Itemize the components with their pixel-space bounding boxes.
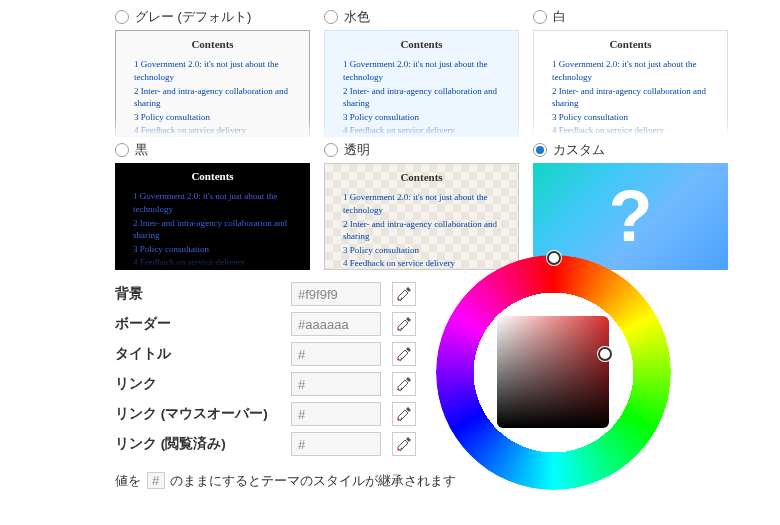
- preview-link: 1 Government 2.0: it's not just about th…: [134, 58, 291, 83]
- theme-preview-white[interactable]: Contents1 Government 2.0: it's not just …: [533, 30, 728, 137]
- theme-label: 水色: [344, 8, 370, 26]
- theme-radio-light[interactable]: 水色: [324, 8, 529, 26]
- color-picker-icon[interactable]: [392, 342, 416, 366]
- theme-option-black: 黒Contents1 Government 2.0: it's not just…: [115, 141, 320, 270]
- theme-label: 黒: [135, 141, 148, 159]
- color-picker-icon[interactable]: [392, 312, 416, 336]
- preview-link: 1 Government 2.0: it's not just about th…: [552, 58, 709, 83]
- theme-radio-custom[interactable]: カスタム: [533, 141, 738, 159]
- theme-radio-white[interactable]: 白: [533, 8, 738, 26]
- title-input[interactable]: [291, 342, 381, 366]
- preview-heading: Contents: [134, 37, 291, 52]
- theme-option-custom: カスタム?: [533, 141, 738, 270]
- theme-preview-transp[interactable]: Contents1 Government 2.0: it's not just …: [324, 163, 519, 270]
- theme-option-white: 白Contents1 Government 2.0: it's not just…: [533, 8, 738, 137]
- field-label: リンク (マウスオーバー): [115, 405, 285, 423]
- color-wheel[interactable]: [436, 255, 671, 490]
- preview-link: 2 Inter- and intra-agency collaboration …: [134, 85, 291, 110]
- theme-label: カスタム: [553, 141, 605, 159]
- theme-option-light: 水色Contents1 Government 2.0: it's not jus…: [324, 8, 529, 137]
- radio-icon: [324, 143, 338, 157]
- theme-radio-black[interactable]: 黒: [115, 141, 320, 159]
- theme-preview-black[interactable]: Contents1 Government 2.0: it's not just …: [115, 163, 310, 270]
- color-picker-icon[interactable]: [392, 432, 416, 456]
- field-label: リンク: [115, 375, 285, 393]
- border-input[interactable]: [291, 312, 381, 336]
- radio-icon: [115, 143, 129, 157]
- theme-label: 白: [553, 8, 566, 26]
- preview-heading: Contents: [343, 170, 500, 185]
- theme-label: グレー (デフォルト): [135, 8, 251, 26]
- theme-preview-light[interactable]: Contents1 Government 2.0: it's not just …: [324, 30, 519, 137]
- theme-preview-custom[interactable]: ?: [533, 163, 728, 270]
- color-picker-icon[interactable]: [392, 372, 416, 396]
- radio-icon: [115, 10, 129, 24]
- field-label: 背景: [115, 285, 285, 303]
- radio-icon: [533, 143, 547, 157]
- theme-option-gray: グレー (デフォルト)Contents1 Government 2.0: it'…: [115, 8, 320, 137]
- preview-heading: Contents: [343, 37, 500, 52]
- preview-link: 2 Inter- and intra-agency collaboration …: [343, 85, 500, 110]
- radio-icon: [533, 10, 547, 24]
- link_hover-input[interactable]: [291, 402, 381, 426]
- theme-radio-transp[interactable]: 透明: [324, 141, 529, 159]
- radio-icon: [324, 10, 338, 24]
- link-input[interactable]: [291, 372, 381, 396]
- color-picker-icon[interactable]: [392, 402, 416, 426]
- preview-link: 1 Government 2.0: it's not just about th…: [343, 58, 500, 83]
- theme-preview-gray[interactable]: Contents1 Government 2.0: it's not just …: [115, 30, 310, 137]
- theme-option-transp: 透明Contents1 Government 2.0: it's not jus…: [324, 141, 529, 270]
- field-label: タイトル: [115, 345, 285, 363]
- preview-heading: Contents: [552, 37, 709, 52]
- theme-radio-gray[interactable]: グレー (デフォルト): [115, 8, 320, 26]
- sv-cursor[interactable]: [598, 347, 612, 361]
- field-label: ボーダー: [115, 315, 285, 333]
- preview-link: 2 Inter- and intra-agency collaboration …: [552, 85, 709, 110]
- bg-input[interactable]: [291, 282, 381, 306]
- preview-heading: Contents: [133, 169, 292, 184]
- theme-label: 透明: [344, 141, 370, 159]
- link_visit-input[interactable]: [291, 432, 381, 456]
- field-label: リンク (閲覧済み): [115, 435, 285, 453]
- color-picker-icon[interactable]: [392, 282, 416, 306]
- sv-square[interactable]: [497, 316, 609, 428]
- hue-cursor[interactable]: [547, 251, 561, 265]
- preview-link: 1 Government 2.0: it's not just about th…: [343, 191, 500, 216]
- preview-link: 1 Government 2.0: it's not just about th…: [133, 190, 292, 215]
- preview-link: 2 Inter- and intra-agency collaboration …: [133, 217, 292, 242]
- preview-link: 2 Inter- and intra-agency collaboration …: [343, 218, 500, 243]
